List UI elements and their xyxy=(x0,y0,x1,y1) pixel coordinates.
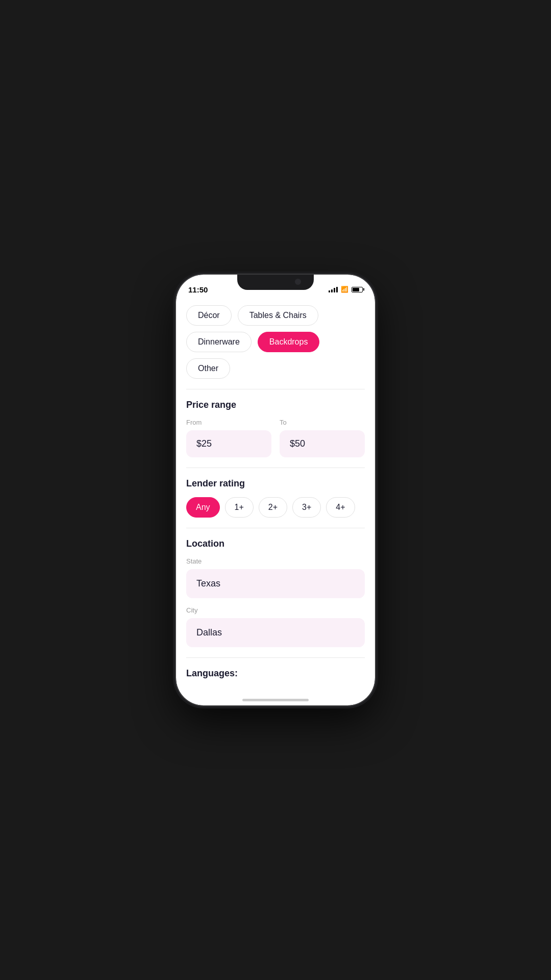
rating-pill-any[interactable]: Any xyxy=(186,497,220,518)
scroll-content[interactable]: Décor Tables & Chairs Dinnerware Backdro… xyxy=(176,297,375,705)
wifi-icon: 📶 xyxy=(341,286,348,293)
price-range-section: Price range From To xyxy=(186,400,365,457)
rating-pill-2plus[interactable]: 2+ xyxy=(259,497,287,518)
lender-rating-section: Lender rating Any 1+ 2+ 3+ 4+ xyxy=(186,478,365,518)
phone-screen: 11:50 📶 Décor T xyxy=(176,275,375,705)
rating-pills-group: Any 1+ 2+ 3+ 4+ xyxy=(186,497,365,518)
divider-1 xyxy=(186,389,365,389)
city-label: City xyxy=(186,606,365,614)
price-range-title: Price range xyxy=(186,400,365,410)
state-input[interactable] xyxy=(186,569,365,598)
price-from-field: From xyxy=(186,419,271,457)
price-from-input[interactable] xyxy=(186,430,271,457)
battery-icon xyxy=(352,287,363,292)
category-pill-tables-chairs[interactable]: Tables & Chairs xyxy=(238,305,318,326)
price-from-label: From xyxy=(186,419,271,426)
status-time: 11:50 xyxy=(188,285,208,294)
phone-frame: 11:50 📶 Décor T xyxy=(176,275,375,705)
price-to-label: To xyxy=(280,419,365,426)
location-title: Location xyxy=(186,538,365,549)
divider-3 xyxy=(186,528,365,528)
city-input[interactable] xyxy=(186,618,365,647)
rating-pill-1plus[interactable]: 1+ xyxy=(225,497,254,518)
category-pill-decor[interactable]: Décor xyxy=(186,305,232,326)
state-field-group: State xyxy=(186,557,365,598)
price-to-field: To xyxy=(280,419,365,457)
languages-section: Languages: xyxy=(186,668,365,679)
location-section: Location State City xyxy=(186,538,365,647)
state-label: State xyxy=(186,557,365,565)
rating-pill-3plus[interactable]: 3+ xyxy=(292,497,321,518)
divider-4 xyxy=(186,657,365,658)
languages-title: Languages: xyxy=(186,668,365,679)
notch xyxy=(237,275,314,290)
category-pill-other[interactable]: Other xyxy=(186,358,230,379)
category-pill-dinnerware[interactable]: Dinnerware xyxy=(186,332,252,352)
rating-pill-4plus[interactable]: 4+ xyxy=(326,497,355,518)
lender-rating-title: Lender rating xyxy=(186,478,365,489)
signal-icon xyxy=(329,287,338,292)
category-pill-backdrops[interactable]: Backdrops xyxy=(258,332,320,352)
divider-2 xyxy=(186,468,365,468)
camera xyxy=(295,279,301,285)
price-range-inputs: From To xyxy=(186,419,365,457)
home-indicator xyxy=(242,699,309,701)
status-icons: 📶 xyxy=(329,286,363,293)
price-to-input[interactable] xyxy=(280,430,365,457)
city-field-group: City xyxy=(186,606,365,647)
category-filter-group: Décor Tables & Chairs Dinnerware Backdro… xyxy=(186,305,365,379)
